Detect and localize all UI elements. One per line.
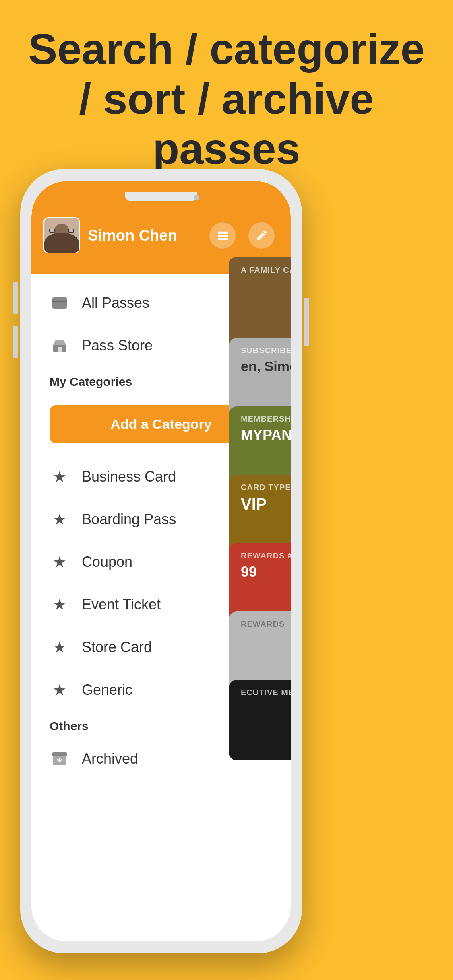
svg-rect-6 bbox=[58, 347, 62, 352]
all-passes-label: All Passes bbox=[82, 294, 234, 311]
card-3-value: MYPANERA bbox=[241, 427, 291, 444]
app-content: Simon Chen bbox=[31, 181, 291, 941]
svg-rect-4 bbox=[52, 301, 67, 302]
star-icon-boarding: ★ bbox=[50, 509, 70, 529]
card-6-label: REWARDS bbox=[241, 620, 291, 629]
card-5-label: REWARDS # bbox=[241, 551, 291, 560]
generic-label: Generic bbox=[82, 681, 240, 698]
notch bbox=[125, 192, 197, 201]
pass-store-label: Pass Store bbox=[82, 337, 223, 354]
card-4-value: VIP bbox=[241, 495, 291, 513]
cards-toolbar bbox=[225, 221, 291, 253]
phone-mockup: Simon Chen bbox=[20, 169, 431, 953]
avatar bbox=[43, 217, 80, 253]
passes-icon bbox=[50, 293, 70, 313]
card-executive[interactable]: ECUTIVE MEMBER bbox=[229, 680, 291, 760]
card-4-label: CARD TYPE bbox=[241, 483, 291, 492]
store-icon bbox=[50, 336, 70, 356]
power-button bbox=[304, 298, 309, 346]
star-icon-coupon: ★ bbox=[50, 552, 70, 572]
page-header: Search / categorize / sort / archive pas… bbox=[0, 24, 453, 174]
star-icon-store: ★ bbox=[50, 637, 70, 657]
phone-shell: Simon Chen bbox=[20, 169, 302, 953]
card-5-value: 99 bbox=[241, 564, 291, 581]
cards-panel: A FAMILY CARD SUBSCRIBER NAME en, Simon … bbox=[225, 181, 291, 941]
archive-icon bbox=[50, 749, 70, 769]
star-icon-generic: ★ bbox=[50, 680, 70, 700]
card-3-label: MEMBERSHIP bbox=[241, 414, 291, 424]
card-2-label: SUBSCRIBER NAME bbox=[241, 346, 291, 355]
camera-dot bbox=[194, 195, 199, 200]
volume-down-button bbox=[13, 326, 18, 358]
svg-rect-3 bbox=[52, 297, 67, 309]
user-name: Simon Chen bbox=[88, 227, 197, 244]
svg-rect-7 bbox=[52, 752, 67, 756]
phone-screen: Simon Chen bbox=[31, 181, 291, 941]
star-icon-business: ★ bbox=[50, 467, 70, 487]
star-icon-event: ★ bbox=[50, 595, 70, 615]
card-7-label: ECUTIVE MEMBER bbox=[241, 688, 291, 697]
card-1-label: A FAMILY CARD bbox=[241, 266, 291, 275]
card-stack: A FAMILY CARD SUBSCRIBER NAME en, Simon … bbox=[225, 257, 291, 941]
volume-up-button bbox=[13, 282, 18, 314]
card-2-value: en, Simon bbox=[241, 358, 291, 374]
store-card-label: Store Card bbox=[82, 639, 234, 656]
